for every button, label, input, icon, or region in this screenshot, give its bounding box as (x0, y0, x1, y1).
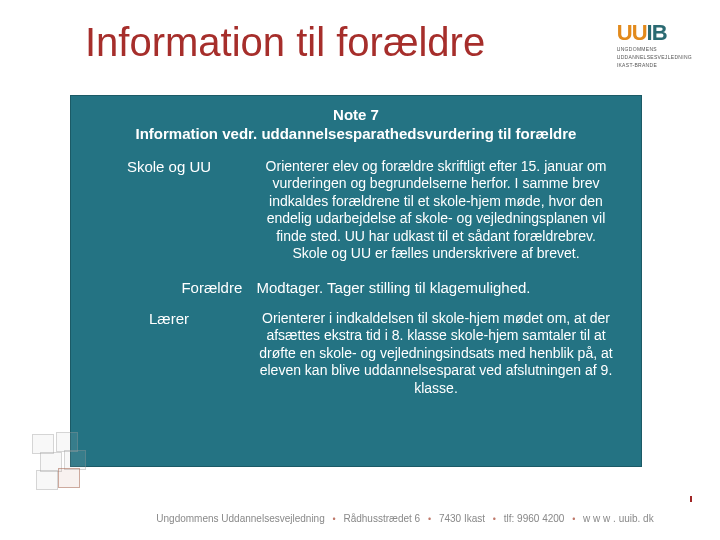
footer-org: Ungdommens Uddannelsesvejledning (156, 513, 324, 524)
note-number: Note 7 (101, 106, 611, 125)
footer-sep: • (572, 514, 575, 524)
logo: UUIB UNGDOMMENS UDDANNELSESVEJLEDNING IK… (617, 22, 692, 68)
footer-tlf: tlf: 9960 4200 (504, 513, 565, 524)
content-panel: Note 7 Information vedr. uddannelsespara… (70, 95, 642, 467)
footer-city: 7430 Ikast (439, 513, 485, 524)
decorative-squares (30, 430, 100, 500)
page-title: Information til forældre (85, 20, 485, 65)
logo-uu: UU (617, 20, 647, 45)
logo-wordmark: UUIB (617, 22, 692, 44)
footer-sep: • (493, 514, 496, 524)
footer-sep: • (333, 514, 336, 524)
logo-sub3: IKAST-BRANDE (617, 62, 692, 68)
logo-sub2: UDDANNELSESVEJLEDNING (617, 54, 692, 60)
note-title: Information vedr. uddannelsesparathedsvu… (101, 125, 611, 144)
footer: Ungdommens Uddannelsesvejledning • Rådhu… (0, 513, 720, 524)
row-label-foraeldre: Forældre (181, 279, 242, 296)
row-body-foraeldre: Modtager. Tager stilling til klagemuligh… (256, 279, 530, 296)
footer-addr: Rådhusstrædet 6 (343, 513, 420, 524)
row-body-skole-uu: Orienterer elev og forældre skriftligt e… (249, 158, 623, 263)
row-label-skole-uu: Skole og UU (89, 158, 249, 263)
footer-web: w w w . uuib. dk (583, 513, 654, 524)
row-skole-uu: Skole og UU Orienterer elev og forældre … (71, 152, 641, 273)
row-label-laerer: Lærer (89, 310, 249, 398)
logo-sub1: UNGDOMMENS (617, 46, 692, 52)
row-laerer: Lærer Orienterer i indkaldelsen til skol… (71, 304, 641, 408)
row-foraeldre: Forældre Modtager. Tager stilling til kl… (71, 273, 641, 304)
accent-rule (690, 496, 692, 502)
note-header: Note 7 Information vedr. uddannelsespara… (71, 96, 641, 152)
footer-sep: • (428, 514, 431, 524)
row-body-laerer: Orienterer i indkaldelsen til skole-hjem… (249, 310, 623, 398)
logo-ib: IB (647, 20, 667, 45)
